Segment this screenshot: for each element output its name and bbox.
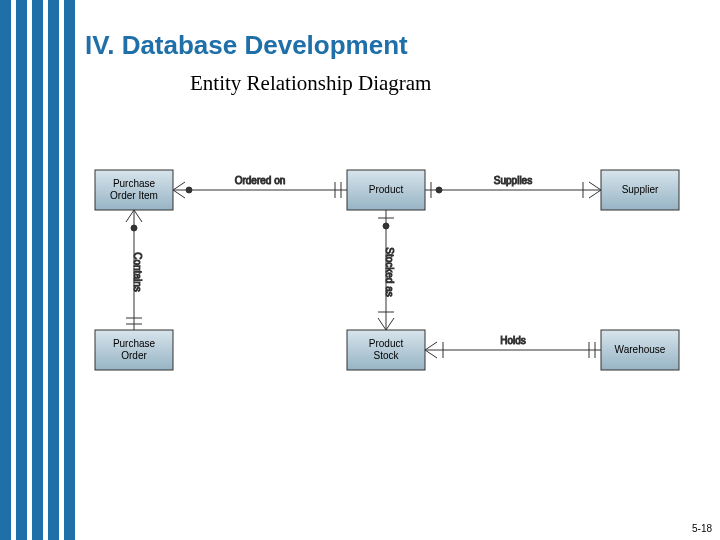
svg-text:Stocked as: Stocked as [384,247,395,296]
page-number: 5-18 [692,523,712,534]
svg-text:Purchase: Purchase [113,178,156,189]
page-title: IV. Database Development [85,30,700,61]
rel-holds: Holds [425,335,601,358]
svg-point-22 [436,187,442,193]
svg-text:Contains: Contains [132,252,143,291]
svg-text:Stock: Stock [373,350,399,361]
svg-text:Purchase: Purchase [113,338,156,349]
rel-ordered-on: Ordered on [173,175,347,198]
page-subtitle: Entity Relationship Diagram [190,71,700,96]
svg-text:Ordered on: Ordered on [235,175,286,186]
rel-supplies: Supplies [425,175,601,198]
entity-purchase-order: Purchase Order [95,330,173,370]
decorative-stripes [0,0,75,540]
svg-text:Product: Product [369,338,404,349]
rel-contains: Contains [126,210,143,330]
svg-text:Holds: Holds [500,335,526,346]
svg-text:Order: Order [121,350,147,361]
er-diagram: Purchase Order Item Product Supplier Pur… [85,140,705,400]
svg-point-32 [383,223,389,229]
entity-purchase-order-item: Purchase Order Item [95,170,173,210]
entity-product: Product [347,170,425,210]
entity-warehouse: Warehouse [601,330,679,370]
svg-text:Supplies: Supplies [494,175,532,186]
entity-product-stock: Product Stock [347,330,425,370]
svg-text:Supplier: Supplier [622,184,659,195]
entity-supplier: Supplier [601,170,679,210]
svg-text:Order Item: Order Item [110,190,158,201]
rel-stocked-as: Stocked as [378,210,395,330]
svg-text:Warehouse: Warehouse [615,344,666,355]
svg-text:Product: Product [369,184,404,195]
svg-point-16 [186,187,192,193]
svg-point-26 [131,225,137,231]
